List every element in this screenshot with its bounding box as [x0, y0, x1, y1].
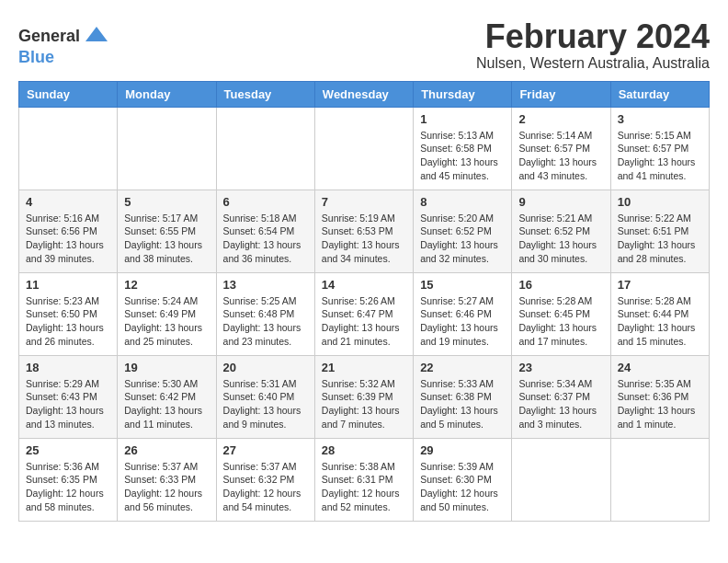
- day-number: 12: [124, 278, 209, 292]
- calendar-cell: 6Sunrise: 5:18 AM Sunset: 6:54 PM Daylig…: [216, 190, 314, 272]
- calendar-cell: 12Sunrise: 5:24 AM Sunset: 6:49 PM Dayli…: [118, 272, 216, 355]
- logo: General Blue: [18, 23, 109, 66]
- calendar-week-2: 4Sunrise: 5:16 AM Sunset: 6:56 PM Daylig…: [19, 190, 710, 272]
- calendar-cell: 8Sunrise: 5:20 AM Sunset: 6:52 PM Daylig…: [414, 190, 512, 272]
- subtitle: Nulsen, Western Australia, Australia: [476, 55, 710, 72]
- day-info: Sunrise: 5:13 AM Sunset: 6:58 PM Dayligh…: [420, 129, 505, 183]
- title-section: February 2024 Nulsen, Western Australia,…: [476, 18, 710, 72]
- calendar-cell: [314, 107, 413, 190]
- calendar-cell: 21Sunrise: 5:32 AM Sunset: 6:39 PM Dayli…: [314, 355, 413, 438]
- day-number: 28: [322, 443, 406, 457]
- day-number: 4: [26, 195, 110, 209]
- day-info: Sunrise: 5:28 AM Sunset: 6:44 PM Dayligh…: [618, 294, 702, 349]
- day-number: 24: [618, 361, 702, 374]
- calendar-body: 1Sunrise: 5:13 AM Sunset: 6:58 PM Daylig…: [19, 107, 710, 521]
- calendar-cell: 27Sunrise: 5:37 AM Sunset: 6:32 PM Dayli…: [216, 438, 314, 521]
- day-info: Sunrise: 5:20 AM Sunset: 6:52 PM Dayligh…: [420, 212, 505, 266]
- day-info: Sunrise: 5:26 AM Sunset: 6:47 PM Dayligh…: [322, 294, 406, 349]
- header-monday: Monday: [118, 81, 216, 107]
- calendar-cell: 3Sunrise: 5:15 AM Sunset: 6:57 PM Daylig…: [610, 107, 709, 190]
- day-number: 25: [26, 443, 110, 457]
- calendar-cell: 15Sunrise: 5:27 AM Sunset: 6:46 PM Dayli…: [414, 272, 512, 355]
- main-title: February 2024: [476, 18, 710, 55]
- calendar-cell: 20Sunrise: 5:31 AM Sunset: 6:40 PM Dayli…: [216, 355, 314, 438]
- day-number: 2: [518, 112, 603, 126]
- day-info: Sunrise: 5:24 AM Sunset: 6:49 PM Dayligh…: [124, 294, 209, 349]
- day-info: Sunrise: 5:38 AM Sunset: 6:31 PM Dayligh…: [322, 460, 406, 514]
- calendar-table: SundayMondayTuesdayWednesdayThursdayFrid…: [18, 81, 710, 522]
- day-number: 5: [124, 195, 209, 209]
- calendar-week-5: 25Sunrise: 5:36 AM Sunset: 6:35 PM Dayli…: [19, 438, 710, 521]
- calendar-cell: 25Sunrise: 5:36 AM Sunset: 6:35 PM Dayli…: [19, 438, 118, 521]
- calendar-week-4: 18Sunrise: 5:29 AM Sunset: 6:43 PM Dayli…: [19, 355, 710, 438]
- day-info: Sunrise: 5:17 AM Sunset: 6:55 PM Dayligh…: [124, 212, 209, 266]
- day-info: Sunrise: 5:19 AM Sunset: 6:53 PM Dayligh…: [322, 212, 406, 266]
- day-number: 11: [26, 278, 110, 292]
- calendar-cell: 1Sunrise: 5:13 AM Sunset: 6:58 PM Daylig…: [414, 107, 512, 190]
- calendar-cell: 4Sunrise: 5:16 AM Sunset: 6:56 PM Daylig…: [19, 190, 118, 272]
- calendar-cell: 13Sunrise: 5:25 AM Sunset: 6:48 PM Dayli…: [216, 272, 314, 355]
- day-number: 8: [420, 195, 505, 209]
- day-info: Sunrise: 5:31 AM Sunset: 6:40 PM Dayligh…: [223, 377, 308, 431]
- day-info: Sunrise: 5:23 AM Sunset: 6:50 PM Dayligh…: [26, 294, 110, 349]
- header-friday: Friday: [512, 81, 610, 107]
- header-wednesday: Wednesday: [314, 81, 413, 107]
- day-number: 29: [420, 443, 505, 457]
- calendar-cell: 7Sunrise: 5:19 AM Sunset: 6:53 PM Daylig…: [314, 190, 413, 272]
- day-number: 7: [322, 195, 406, 209]
- day-number: 27: [223, 443, 308, 457]
- day-info: Sunrise: 5:30 AM Sunset: 6:42 PM Dayligh…: [124, 377, 209, 431]
- day-info: Sunrise: 5:37 AM Sunset: 6:32 PM Dayligh…: [223, 460, 308, 514]
- calendar-cell: 16Sunrise: 5:28 AM Sunset: 6:45 PM Dayli…: [512, 272, 610, 355]
- day-number: 19: [124, 361, 209, 374]
- logo-general: General: [18, 28, 80, 44]
- calendar-cell: 17Sunrise: 5:28 AM Sunset: 6:44 PM Dayli…: [610, 272, 709, 355]
- calendar-cell: 24Sunrise: 5:35 AM Sunset: 6:36 PM Dayli…: [610, 355, 709, 438]
- day-number: 17: [618, 278, 702, 292]
- svg-marker-0: [85, 27, 108, 41]
- day-info: Sunrise: 5:27 AM Sunset: 6:46 PM Dayligh…: [420, 294, 505, 349]
- day-number: 23: [518, 361, 603, 374]
- logo-blue: Blue: [18, 48, 54, 66]
- day-info: Sunrise: 5:39 AM Sunset: 6:30 PM Dayligh…: [420, 460, 505, 514]
- calendar-cell: 26Sunrise: 5:37 AM Sunset: 6:33 PM Dayli…: [118, 438, 216, 521]
- day-info: Sunrise: 5:37 AM Sunset: 6:33 PM Dayligh…: [124, 460, 209, 514]
- day-number: 6: [223, 195, 308, 209]
- calendar-cell: 11Sunrise: 5:23 AM Sunset: 6:50 PM Dayli…: [19, 272, 118, 355]
- day-info: Sunrise: 5:28 AM Sunset: 6:45 PM Dayligh…: [518, 294, 603, 349]
- day-number: 14: [322, 278, 406, 292]
- day-info: Sunrise: 5:15 AM Sunset: 6:57 PM Dayligh…: [618, 129, 702, 183]
- calendar-cell: [19, 107, 118, 190]
- calendar-cell: 29Sunrise: 5:39 AM Sunset: 6:30 PM Dayli…: [414, 438, 512, 521]
- calendar-cell: 10Sunrise: 5:22 AM Sunset: 6:51 PM Dayli…: [610, 190, 709, 272]
- day-info: Sunrise: 5:36 AM Sunset: 6:35 PM Dayligh…: [26, 460, 110, 514]
- calendar-cell: 14Sunrise: 5:26 AM Sunset: 6:47 PM Dayli…: [314, 272, 413, 355]
- day-info: Sunrise: 5:25 AM Sunset: 6:48 PM Dayligh…: [223, 294, 308, 349]
- header-thursday: Thursday: [414, 81, 512, 107]
- calendar-cell: 28Sunrise: 5:38 AM Sunset: 6:31 PM Dayli…: [314, 438, 413, 521]
- calendar-week-1: 1Sunrise: 5:13 AM Sunset: 6:58 PM Daylig…: [19, 107, 710, 190]
- calendar-cell: 22Sunrise: 5:33 AM Sunset: 6:38 PM Dayli…: [414, 355, 512, 438]
- day-info: Sunrise: 5:29 AM Sunset: 6:43 PM Dayligh…: [26, 377, 110, 431]
- header-sunday: Sunday: [19, 81, 118, 107]
- day-number: 13: [223, 278, 308, 292]
- calendar-cell: 5Sunrise: 5:17 AM Sunset: 6:55 PM Daylig…: [118, 190, 216, 272]
- calendar-week-3: 11Sunrise: 5:23 AM Sunset: 6:50 PM Dayli…: [19, 272, 710, 355]
- day-number: 1: [420, 112, 505, 126]
- calendar-cell: 19Sunrise: 5:30 AM Sunset: 6:42 PM Dayli…: [118, 355, 216, 438]
- calendar-cell: 2Sunrise: 5:14 AM Sunset: 6:57 PM Daylig…: [512, 107, 610, 190]
- day-number: 3: [618, 112, 702, 126]
- page-header: General Blue February 2024 Nulsen, Weste…: [18, 18, 710, 72]
- day-number: 16: [518, 278, 603, 292]
- day-info: Sunrise: 5:32 AM Sunset: 6:39 PM Dayligh…: [322, 377, 406, 431]
- day-number: 15: [420, 278, 505, 292]
- day-number: 22: [420, 361, 505, 374]
- calendar-cell: 9Sunrise: 5:21 AM Sunset: 6:52 PM Daylig…: [512, 190, 610, 272]
- day-info: Sunrise: 5:18 AM Sunset: 6:54 PM Dayligh…: [223, 212, 308, 266]
- header-saturday: Saturday: [610, 81, 709, 107]
- calendar-cell: 23Sunrise: 5:34 AM Sunset: 6:37 PM Dayli…: [512, 355, 610, 438]
- calendar-cell: [118, 107, 216, 190]
- day-info: Sunrise: 5:35 AM Sunset: 6:36 PM Dayligh…: [618, 377, 702, 431]
- day-info: Sunrise: 5:22 AM Sunset: 6:51 PM Dayligh…: [618, 212, 702, 266]
- day-number: 21: [322, 361, 406, 374]
